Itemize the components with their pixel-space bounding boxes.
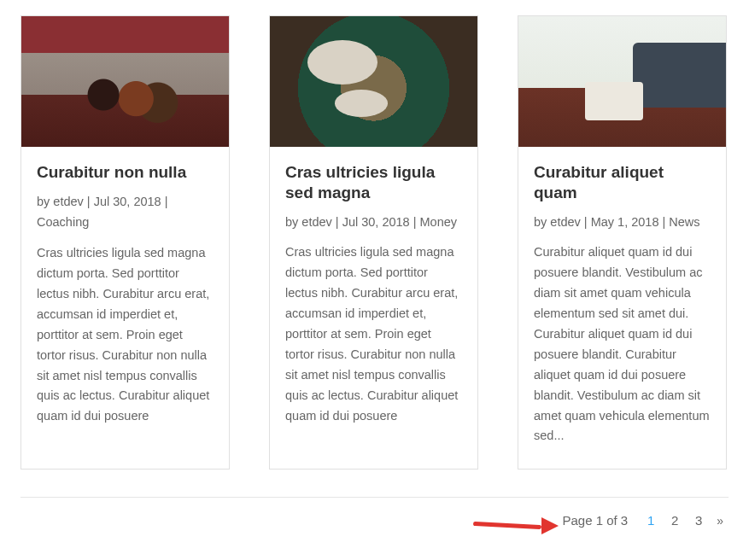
post-thumbnail[interactable]: [21, 16, 229, 147]
page-number[interactable]: 3: [693, 513, 705, 528]
post-card: Curabitur aliquet quam by etdev | May 1,…: [518, 15, 727, 470]
post-excerpt: Cras ultricies ligula sed magna dictum p…: [37, 243, 214, 427]
post-excerpt: Cras ultricies ligula sed magna dictum p…: [285, 242, 462, 426]
page-info: Page 1 of 3: [562, 513, 628, 528]
post-card: Curabitur non nulla by etdev | Jul 30, 2…: [20, 15, 230, 470]
by-label: by: [285, 215, 301, 229]
post-grid: Curabitur non nulla by etdev | Jul 30, 2…: [20, 15, 729, 470]
author-link[interactable]: etdev: [53, 195, 83, 208]
pagination: Page 1 of 3 1 2 3 »: [20, 513, 729, 528]
meta-sep: |: [161, 195, 168, 208]
post-title[interactable]: Cras ultricies ligula sed magna: [285, 162, 462, 203]
meta-sep: |: [581, 215, 591, 229]
post-card: Cras ultricies ligula sed magna by etdev…: [269, 15, 478, 470]
post-meta: by etdev | Jul 30, 2018 | Coaching: [37, 191, 214, 233]
post-thumbnail[interactable]: [270, 16, 477, 147]
post-meta: by etdev | May 1, 2018 | News: [534, 212, 711, 233]
post-body: Curabitur non nulla by etdev | Jul 30, 2…: [21, 147, 229, 469]
next-page-icon[interactable]: »: [717, 514, 723, 528]
meta-sep: |: [658, 215, 669, 229]
post-date: May 1, 2018: [591, 215, 659, 229]
category-link[interactable]: News: [669, 215, 699, 229]
post-date: Jul 30, 2018: [342, 215, 410, 229]
meta-sep: |: [84, 195, 94, 208]
post-meta: by etdev | Jul 30, 2018 | Money: [285, 212, 462, 233]
post-title[interactable]: Curabitur non nulla: [37, 162, 214, 183]
author-link[interactable]: etdev: [301, 215, 331, 229]
category-link[interactable]: Money: [420, 215, 458, 229]
post-body: Cras ultricies ligula sed magna by etdev…: [270, 147, 477, 469]
page-number[interactable]: 1: [645, 513, 657, 528]
by-label: by: [37, 195, 53, 208]
meta-sep: |: [332, 215, 342, 229]
author-link[interactable]: etdev: [550, 215, 580, 229]
page-number[interactable]: 2: [669, 513, 681, 528]
post-thumbnail[interactable]: [518, 16, 726, 147]
annotation-arrow-icon: [473, 518, 559, 532]
post-excerpt: Curabitur aliquet quam id dui posuere bl…: [534, 242, 711, 446]
by-label: by: [534, 215, 550, 229]
section-divider: [20, 497, 729, 498]
meta-sep: |: [410, 215, 420, 229]
post-title[interactable]: Curabitur aliquet quam: [534, 162, 711, 203]
category-link[interactable]: Coaching: [37, 215, 89, 229]
post-date: Jul 30, 2018: [94, 195, 161, 208]
post-body: Curabitur aliquet quam by etdev | May 1,…: [518, 147, 726, 469]
